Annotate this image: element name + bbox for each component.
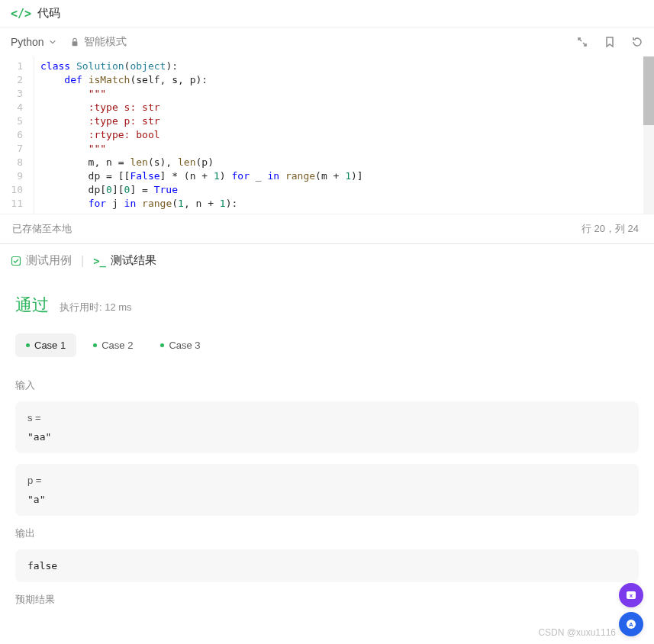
line-number: 9 [0,169,34,183]
case-tab-2[interactable]: Case 2 [82,333,143,357]
line-number: 7 [0,142,34,156]
mode-indicator: 智能模式 [70,35,127,49]
code-line[interactable]: dp[0][0] = True [40,183,654,197]
terminal-icon: >_ [93,255,106,267]
code-line[interactable]: """ [40,142,654,156]
code-line[interactable]: :type s: str [40,101,654,114]
output-section-label: 输出 [15,526,639,540]
editor-scrollbar[interactable] [643,56,654,214]
code-line[interactable]: :rtype: bool [40,128,654,142]
line-number: 3 [0,87,34,101]
svg-rect-1 [12,256,21,265]
input-val: "aa" [27,431,627,443]
bookmark-icon[interactable] [604,36,616,48]
input-box-0: s ="aa" [15,401,639,453]
watermark: CSDN @xuxu1116 [538,627,616,638]
tab-test-cases[interactable]: 测试用例 [11,253,72,268]
float-icon-1[interactable]: x [619,583,643,607]
fullscreen-icon[interactable] [576,36,588,48]
tab-test-result[interactable]: >_ 测试结果 [93,253,156,268]
pass-status: 通过 [15,294,49,317]
panel-body: 通过 执行用时: 12 ms Case 1Case 2Case 3 输入 s =… [0,277,654,636]
line-number: 5 [0,114,34,128]
tab-cases-label: 测试用例 [26,253,72,268]
code-line[interactable]: for j in range(1, n + 1): [40,197,654,211]
cursor-position: 行 20，列 24 [582,222,639,236]
runtime-text: 执行用时: 12 ms [60,301,132,314]
code-area[interactable]: class Solution(object): def isMatch(self… [34,56,654,214]
check-icon [11,256,21,266]
float-icon-2[interactable]: A [619,612,643,636]
case-tab-1[interactable]: Case 1 [15,333,76,357]
language-selector[interactable]: Python [11,36,56,48]
case-label: Case 3 [169,340,200,351]
input-var: p = [27,475,627,486]
svg-rect-0 [72,41,77,46]
chevron-down-icon [49,38,56,46]
language-label: Python [11,36,44,48]
save-status: 已存储至本地 [12,222,72,236]
status-dot [160,343,164,347]
line-number: 2 [0,73,34,87]
expected-section-label: 预期结果 [15,593,639,607]
lock-icon [70,37,79,47]
status-dot [26,343,30,347]
float-icons: x A [619,583,643,636]
editor-status-bar: 已存储至本地 行 20，列 24 [0,214,654,243]
code-editor[interactable]: 1234567891011 class Solution(object): de… [0,56,654,214]
case-tabs: Case 1Case 2Case 3 [15,333,639,357]
panel-tabs: 测试用例 | >_ 测试结果 [0,244,654,277]
reset-icon[interactable] [631,36,643,48]
input-section-label: 输入 [15,378,639,392]
svg-text:x: x [630,592,633,599]
line-number: 1 [0,60,34,73]
line-number: 6 [0,128,34,142]
line-number: 11 [0,197,34,211]
line-number: 4 [0,101,34,114]
output-box: false [15,549,639,582]
input-box-1: p ="a" [15,464,639,516]
tab-result-label: 测试结果 [111,253,156,268]
code-line[interactable]: def isMatch(self, s, p): [40,73,654,87]
code-icon: </> [11,7,31,21]
mode-label-text: 智能模式 [84,35,127,49]
results-panel: 测试用例 | >_ 测试结果 通过 执行用时: 12 ms Case 1Case… [0,243,654,636]
input-val: "a" [27,494,627,505]
status-dot [93,343,97,347]
code-line[interactable]: dp = [[False] * (n + 1) for _ in range(m… [40,169,654,183]
code-line[interactable]: m, n = len(s), len(p) [40,156,654,169]
tab-separator: | [81,254,84,268]
line-gutter: 1234567891011 [0,56,34,214]
code-line[interactable]: """ [40,87,654,101]
output-value: false [27,560,627,572]
code-line[interactable]: :type p: str [40,114,654,128]
editor-toolbar: Python 智能模式 [0,27,654,56]
case-label: Case 1 [34,340,66,351]
svg-text:A: A [629,621,633,628]
code-line[interactable]: class Solution(object): [40,60,654,73]
code-header: </> 代码 [0,0,654,27]
case-label: Case 2 [101,340,133,351]
line-number: 10 [0,183,34,197]
line-number: 8 [0,156,34,169]
input-var: s = [27,412,627,423]
header-title: 代码 [37,6,60,21]
case-tab-3[interactable]: Case 3 [150,333,211,357]
